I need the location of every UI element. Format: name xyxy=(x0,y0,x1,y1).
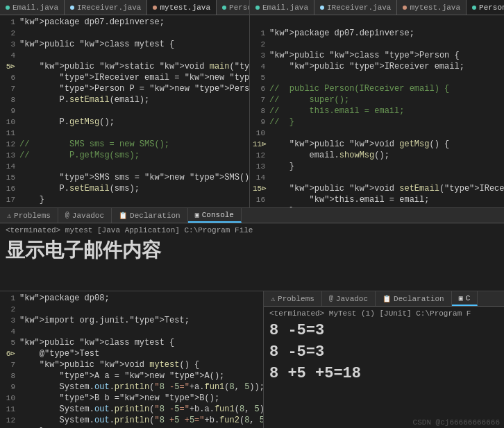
code-line: 10 xyxy=(250,128,504,139)
code-line: 8 "type">A a = "kw">new "type">A(); xyxy=(0,370,263,382)
code-line: 6// public Person(IReceiver email) { xyxy=(250,83,504,94)
tab-person-java[interactable]: Person.java xyxy=(217,0,249,15)
code-line: 16 "kw">this.email = email; xyxy=(250,194,504,205)
top-section: Email.javaIReceiver.javamytest.javaPerso… xyxy=(0,0,504,208)
panel-tab-declaration[interactable]: 📋Declaration xyxy=(376,291,452,306)
code-line: 15 "type">SMS sms = "kw">new "type">SMS(… xyxy=(0,172,249,183)
panel-tab-javadoc[interactable]: @Javadoc xyxy=(322,291,376,306)
code-line: 2 xyxy=(0,304,263,315)
tab-mytest-java[interactable]: mytest.java xyxy=(397,0,467,15)
code-panel-left: Email.javaIReceiver.javamytest.javaPerso… xyxy=(0,0,250,207)
code-line: 7 "type">Person P = "kw">new "type">Pers… xyxy=(0,83,249,94)
bottom-console-terminated: <terminated> MyTest (1) [JUnit] C:\Progr… xyxy=(269,309,498,318)
panel-tab-javadoc[interactable]: @Javadoc xyxy=(58,208,112,223)
watermark: CSDN @cj66666666666 xyxy=(264,417,504,428)
code-panel-right: Email.javaIReceiver.javamytest.javaPerso… xyxy=(250,0,504,207)
code-line: 10 P.getMsg(); xyxy=(0,117,249,128)
code-line: 11 System.out.println("8 -5="+b.a.fun1(8… xyxy=(0,404,263,415)
code-line: 12// SMS sms = new SMS(); xyxy=(0,139,249,150)
code-line: 9 System.out.println("8 -5="+a.fun1(8, 5… xyxy=(0,382,263,393)
bottom-console-line: 8 +5 +5=18 xyxy=(269,363,498,385)
tab-person-java[interactable]: Person.java xyxy=(467,0,504,15)
tab-ireceiver-java[interactable]: IReceiver.java xyxy=(314,0,397,15)
bottom-console-line: 8 -5=3 xyxy=(269,320,498,342)
code-line: 1"kw">package dp07.depinverse; xyxy=(0,17,249,28)
code-line: 9 xyxy=(0,105,249,117)
bottom-left: 1"kw">package dp08;23"kw">import org.jun… xyxy=(0,291,264,428)
code-line: 3"kw">public "kw">class "type">Person { xyxy=(250,50,504,61)
code-line: 7// super(); xyxy=(250,94,504,105)
bottom-right: ⚠Problems@Javadoc📋Declaration▣C <termina… xyxy=(264,291,504,428)
code-line: 14 xyxy=(0,161,249,172)
code-line: 15⊳ "kw">public "kw">void setEmail("type… xyxy=(250,183,504,194)
panel-tab-problems[interactable]: ⚠Problems xyxy=(264,291,322,306)
bottom-panel-tab-bar: ⚠Problems@Javadoc📋Declaration▣C xyxy=(264,291,504,307)
bottom-console-line: 8 -5=3 xyxy=(269,342,498,363)
code-area-right[interactable]: ↵ 1"kw">package dp07.depinverse;23"kw">p… xyxy=(250,15,504,207)
panel-tab-declaration[interactable]: 📋Declaration xyxy=(112,208,188,223)
tab-email-java[interactable]: Email.java xyxy=(0,0,65,15)
code-line: 2 xyxy=(250,39,504,50)
code-line: 8// this.email = email; xyxy=(250,105,504,117)
code-line: 7 "kw">public "kw">void mytest() { xyxy=(0,359,263,370)
code-line: 18 xyxy=(0,205,249,207)
panel-tab-bar: ⚠Problems@Javadoc📋Declaration▣Console xyxy=(0,208,504,223)
code-line: 11⊳ "kw">public "kw">void getMsg() { xyxy=(250,139,504,150)
code-line: 3"kw">import org.junit."type">Test; xyxy=(0,315,263,326)
code-line: 1"kw">package dp07.depinverse; xyxy=(250,28,504,39)
tab-bar-right: Email.javaIReceiver.javamytest.javaPerso… xyxy=(250,0,504,15)
code-line: 5⊳ "kw">public "kw">static "kw">void mai… xyxy=(0,61,249,72)
code-line: 1"kw">package dp08; xyxy=(0,293,263,304)
code-line: 13 } xyxy=(250,161,504,172)
code-area-left[interactable]: 1"kw">package dp07.depinverse;23"kw">pub… xyxy=(0,15,249,207)
code-line: 6 "type">IReceiver email = "kw">new "typ… xyxy=(0,72,249,83)
code-line: 4 xyxy=(0,326,263,337)
code-line: 6⊳ @"type">Test xyxy=(0,348,263,359)
code-line: 14 xyxy=(250,172,504,183)
console-terminated: <terminated> mytest [Java Application] C… xyxy=(6,226,498,234)
console-area: <terminated> mytest [Java Application] C… xyxy=(0,223,504,291)
code-line: 12 System.out.println("8 +5 +5="+b.fun2(… xyxy=(0,415,263,426)
code-line: 3"kw">public "kw">class mytest { xyxy=(0,39,249,50)
bottom-code-area[interactable]: 1"kw">package dp08;23"kw">import org.jun… xyxy=(0,291,263,428)
tab-email-java[interactable]: Email.java xyxy=(250,0,314,15)
code-line: 12 email.showMsg(); xyxy=(250,150,504,161)
tab-mytest-java[interactable]: mytest.java xyxy=(147,0,217,15)
panel-tab-problems[interactable]: ⚠Problems xyxy=(0,208,58,223)
code-line: 17 } xyxy=(0,194,249,205)
code-line: 5 xyxy=(250,72,504,83)
panel-tab-c[interactable]: ▣C xyxy=(452,291,478,306)
bottom-section: 1"kw">package dp08;23"kw">import org.jun… xyxy=(0,291,504,428)
code-line: 16 P.setEmail(sms); xyxy=(0,183,249,194)
bottom-console-area: <terminated> MyTest (1) [JUnit] C:\Progr… xyxy=(264,307,504,417)
code-line: 4 "kw">public "type">IReceiver email; xyxy=(250,61,504,72)
code-line: 10 "type">B b ="kw">new "type">B(); xyxy=(0,393,263,404)
panel-tab-console[interactable]: ▣Console xyxy=(188,208,242,223)
code-line: 8 P.setEmail(email); xyxy=(0,94,249,105)
code-line: 17 } xyxy=(250,205,504,207)
code-line: 9// } xyxy=(250,117,504,128)
tab-bar-left: Email.javaIReceiver.javamytest.javaPerso… xyxy=(0,0,249,15)
code-line: 4 xyxy=(0,50,249,61)
code-line: 2 xyxy=(0,28,249,39)
code-line: 13// P.getMsg(sms); xyxy=(0,150,249,161)
code-line: 5"kw">public "kw">class mytest { xyxy=(0,337,263,348)
middle-section: ⚠Problems@Javadoc📋Declaration▣Console <t… xyxy=(0,208,504,291)
tab-ireceiver-java[interactable]: IReceiver.java xyxy=(65,0,147,15)
console-output: 显示电子邮件内容 xyxy=(6,237,498,264)
code-line: 11 xyxy=(0,128,249,139)
return-arrow: ↵ xyxy=(250,17,504,28)
